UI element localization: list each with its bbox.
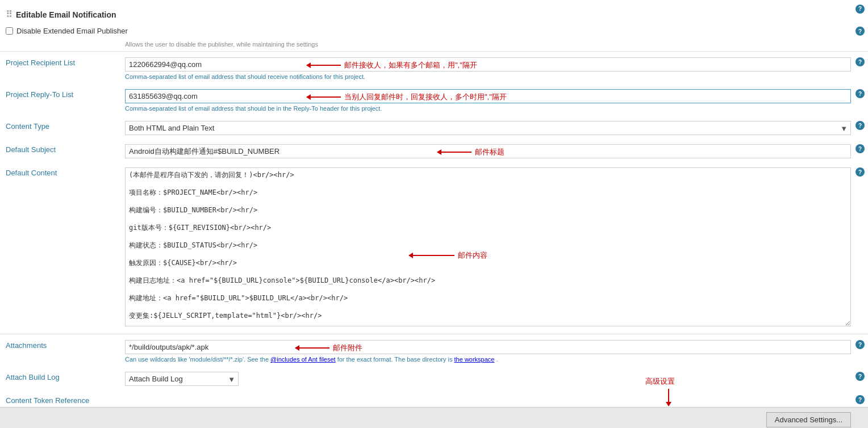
- reply-to-row: Project Reply-To List 631855639@qq.com 当…: [0, 85, 868, 116]
- content-help-icon[interactable]: ?: [856, 167, 865, 177]
- subject-help-icon[interactable]: ?: [856, 144, 865, 153]
- reply-to-label: Project Reply-To List: [0, 87, 125, 99]
- subject-input[interactable]: Android自动构建邮件通知#$BUILD_NUMBER: [125, 144, 851, 158]
- disable-help-icon[interactable]: ?: [856, 26, 865, 36]
- token-ref-help-icon[interactable]: ?: [856, 395, 865, 404]
- content-type-label: Content Type: [0, 119, 125, 131]
- content-textarea[interactable]: (本邮件是程序自动下发的，请勿回复！)<br/><hr/> 项目名称：$PROJ…: [125, 167, 851, 326]
- section-title: ⠿ Editable Email Notification ?: [0, 6, 868, 23]
- attach-log-label: Attach Build Log: [0, 370, 125, 381]
- recipient-input[interactable]: 1220662994@qq.com: [125, 57, 851, 72]
- attachments-row: Attachments */build/outputs/apk/*.apk 邮件…: [0, 335, 868, 367]
- content-row: Default Content (本邮件是程序自动下发的，请勿回复！)<br/>…: [0, 163, 868, 333]
- attach-log-select[interactable]: Attach Build Log Don't Attach Build Log …: [125, 372, 239, 386]
- content-type-select-wrapper: Both HTML and Plain Text HTML Plain Text…: [125, 121, 851, 135]
- content-area: (本邮件是程序自动下发的，请勿回复！)<br/><hr/> 项目名称：$PROJ…: [125, 165, 868, 330]
- main-container: ⠿ Editable Email Notification ? Disable …: [0, 0, 868, 428]
- subject-row: Default Subject Android自动构建邮件通知#$BUILD_N…: [0, 140, 868, 163]
- reply-to-hint: Comma-separated list of email address th…: [125, 105, 851, 112]
- attach-log-select-wrapper: Attach Build Log Don't Attach Build Log …: [125, 372, 239, 386]
- content-type-row: Content Type Both HTML and Plain Text HT…: [0, 116, 868, 140]
- bottom-bar: Advanced Settings...: [0, 407, 868, 428]
- reply-to-help-icon[interactable]: ?: [856, 89, 865, 98]
- token-ref-content: [125, 393, 868, 397]
- content-type-help-icon[interactable]: ?: [856, 121, 865, 130]
- attach-log-help-icon[interactable]: ?: [856, 372, 865, 381]
- subject-label: Default Subject: [0, 142, 125, 154]
- plugin-title: Editable Email Notification: [16, 10, 116, 19]
- recipient-hint: Comma-separated list of email address th…: [125, 73, 851, 80]
- attachments-content: */build/outputs/apk/*.apk 邮件附件 Can use w…: [125, 338, 868, 365]
- reply-to-input[interactable]: 631855639@qq.com: [125, 89, 851, 103]
- disable-row: Disable Extended Email Publisher ?: [0, 23, 868, 39]
- recipient-label: Project Recipient List: [0, 55, 125, 67]
- token-ref-label: Content Token Reference: [0, 393, 125, 405]
- recipient-content: 1220662994@qq.com 邮件接收人，如果有多个邮箱，用","隔开 C…: [125, 55, 868, 82]
- attach-log-content: Attach Build Log Don't Attach Build Log …: [125, 370, 868, 388]
- content-label: Default Content: [0, 165, 125, 177]
- drag-handle: ⠿: [6, 9, 12, 20]
- attachments-hint: Can use wildcards like 'module/dist/**/*…: [125, 356, 851, 363]
- attach-log-row: Attach Build Log Attach Build Log Don't …: [0, 367, 868, 391]
- disable-label: Disable Extended Email Publisher: [16, 27, 128, 35]
- attachments-input[interactable]: */build/outputs/apk/*.apk: [125, 340, 851, 354]
- title-help-icon[interactable]: ?: [856, 3, 865, 14]
- workspace-link[interactable]: the workspace: [454, 356, 495, 363]
- ant-fileset-link[interactable]: @includes of Ant fileset: [270, 356, 336, 363]
- token-ref-row: Content Token Reference ?: [0, 391, 868, 407]
- recipient-row: Project Recipient List 1220662994@qq.com…: [0, 53, 868, 85]
- disable-checkbox[interactable]: [6, 27, 13, 35]
- advanced-settings-button[interactable]: Advanced Settings...: [766, 412, 851, 427]
- attachments-help-icon[interactable]: ?: [856, 340, 865, 349]
- attachments-label: Attachments: [0, 338, 125, 350]
- content-type-select[interactable]: Both HTML and Plain Text HTML Plain Text: [125, 121, 851, 135]
- reply-to-content: 631855639@qq.com 当别人回复邮件时，回复接收人，多个时用","隔…: [125, 87, 868, 114]
- recipient-help-icon[interactable]: ?: [856, 57, 865, 66]
- disable-hint: Allows the user to disable the publisher…: [0, 39, 868, 50]
- content-type-content: Both HTML and Plain Text HTML Plain Text…: [125, 119, 868, 137]
- subject-content: Android自动构建邮件通知#$BUILD_NUMBER 邮件标题: [125, 142, 868, 161]
